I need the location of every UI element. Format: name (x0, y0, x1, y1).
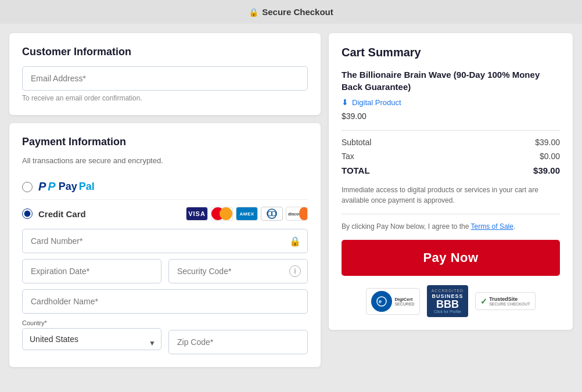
diners-icon (261, 207, 283, 221)
right-panel: Cart Summary The Billionaire Brain Wave … (329, 33, 573, 330)
cardholder-name-row (22, 289, 308, 314)
header-title: Secure Checkout (262, 7, 333, 17)
terms-suffix: . (513, 222, 515, 231)
bbb-badge: ACCREDITED BUSINESS BBB Click for Profil… (427, 285, 469, 317)
payment-info-card: Payment Information All transactions are… (9, 123, 321, 367)
cardholder-name-input[interactable] (22, 289, 308, 314)
paypal-p-light: P (48, 180, 55, 193)
amex-icon: AMEX (236, 207, 258, 221)
card-lock-icon: 🔒 (289, 236, 301, 247)
download-icon: ⬇ (342, 98, 349, 107)
trustedsite-inner: ✓ TrustedSite SECURE CHECKOUT (480, 296, 530, 306)
total-value: $39.00 (533, 166, 560, 175)
subtotal-row: Subtotal $39.00 (342, 138, 560, 147)
bbb-click-label: Click for Profile (434, 310, 461, 314)
security-code-input[interactable] (168, 259, 308, 283)
digicert-inner: e DigiCert SECURED (371, 291, 414, 312)
tax-row: Tax $0.00 (342, 152, 560, 161)
cart-title: Cart Summary (342, 46, 560, 59)
main-layout: Customer Information To receive an email… (0, 24, 582, 392)
email-hint: To receive an email order confirmation. (22, 94, 308, 102)
credit-card-radio[interactable] (22, 208, 33, 219)
payment-info-title: Payment Information (22, 136, 308, 148)
digital-badge: ⬇ Digital Product (342, 98, 560, 107)
lock-icon: 🔒 (249, 8, 258, 17)
svg-point-2 (271, 211, 276, 216)
country-zip-row: Country* United States ▼ (22, 319, 308, 354)
divider-1 (342, 130, 560, 131)
paypal-radio[interactable] (22, 182, 33, 192)
digicert-text: DigiCert SECURED (394, 297, 414, 306)
trustedsite-badge: ✓ TrustedSite SECURE CHECKOUT (475, 292, 535, 310)
digital-label: Digital Product (352, 98, 401, 107)
product-name: The Billionaire Brain Wave (90-Day 100% … (342, 69, 560, 93)
info-icon[interactable]: i (289, 265, 301, 277)
digicert-circle: e (371, 291, 392, 312)
checkout-header: 🔒 Secure Checkout (0, 0, 582, 24)
divider-2 (342, 214, 560, 214)
country-select[interactable]: United States (22, 328, 161, 350)
paypal-p-blue: P (38, 180, 46, 193)
expiry-cvv-row: i (22, 259, 308, 283)
customer-info-card: Customer Information To receive an email… (9, 33, 321, 115)
card-number-input[interactable] (22, 229, 308, 253)
credit-card-left: Credit Card (22, 208, 86, 219)
trustedsite-check-icon: ✓ (480, 297, 487, 306)
zip-wrapper (168, 319, 308, 354)
discover-icon: discover (286, 207, 308, 221)
subtotal-label: Subtotal (342, 138, 371, 147)
email-input[interactable] (22, 66, 308, 91)
svg-point-0 (267, 209, 276, 218)
tax-value: $0.00 (540, 152, 560, 161)
total-label: TOTAL (342, 166, 370, 175)
security-wrapper: i (168, 259, 308, 283)
expiry-wrapper (22, 259, 161, 283)
paypal-logo: P P Pay Pal (38, 180, 95, 193)
subtotal-value: $39.00 (535, 138, 560, 147)
terms-of-sale-link[interactable]: Terms of Sale (471, 222, 513, 231)
paypal-word-light: Pal (79, 181, 95, 193)
country-wrapper: Country* United States ▼ (22, 319, 161, 354)
visa-icon: VISA (186, 207, 208, 221)
digicert-badge: e DigiCert SECURED (366, 288, 419, 315)
mastercard-icon (211, 207, 233, 221)
paypal-word-dark: Pay (59, 181, 77, 193)
cart-summary-card: Cart Summary The Billionaire Brain Wave … (329, 33, 573, 330)
left-panel: Customer Information To receive an email… (9, 33, 321, 367)
card-number-row: 🔒 (22, 229, 308, 253)
terms-text: By clicking Pay Now below, I agree to th… (342, 221, 560, 232)
trust-badges: e DigiCert SECURED ACCREDITED BUSINESS B… (342, 285, 560, 317)
bbb-accredited-label: ACCREDITED (432, 289, 464, 293)
country-label: Country* (22, 319, 161, 326)
payment-subtitle: All transactions are secure and encrypte… (22, 156, 308, 165)
total-row: TOTAL $39.00 (342, 166, 560, 175)
card-type-icons: VISA AMEX (186, 207, 308, 221)
trustedsite-text: TrustedSite SECURE CHECKOUT (489, 296, 530, 306)
immediate-access-text: Immediate access to digital products or … (342, 185, 560, 206)
credit-card-label: Credit Card (38, 209, 86, 219)
credit-card-option-row: Credit Card VISA AMEX (22, 207, 308, 221)
zip-code-input[interactable] (168, 330, 308, 354)
terms-prefix: By clicking Pay Now below, I agree to th… (342, 222, 471, 231)
svg-text:e: e (379, 299, 382, 304)
expiration-input[interactable] (22, 259, 161, 283)
paypal-option-row[interactable]: P P Pay Pal (22, 174, 308, 200)
pay-now-button[interactable]: Pay Now (342, 240, 560, 276)
bbb-logo-text: BBB (436, 299, 459, 310)
product-price: $39.00 (342, 112, 560, 121)
customer-info-title: Customer Information (22, 46, 308, 58)
tax-label: Tax (342, 152, 354, 161)
